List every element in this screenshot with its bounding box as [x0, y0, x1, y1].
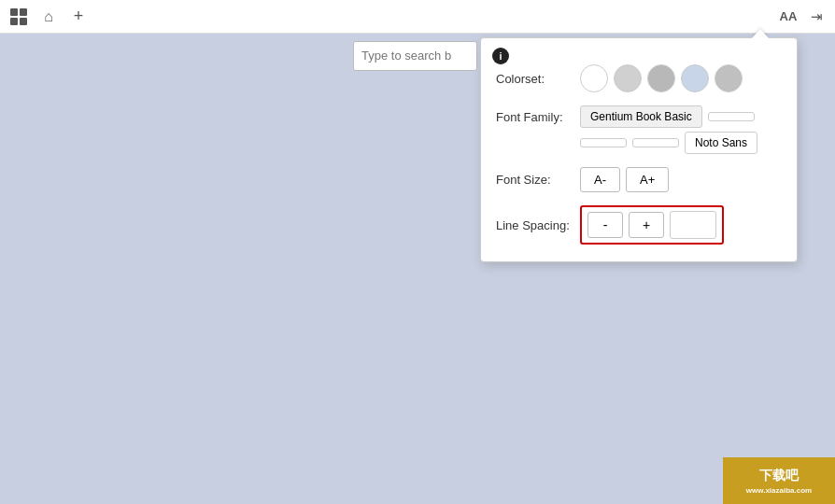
color-light-blue[interactable]: [681, 64, 709, 92]
home-icon-symbol: ⌂: [44, 8, 53, 25]
line-spacing-value: [670, 211, 716, 239]
font-empty-1-btn[interactable]: [708, 112, 755, 121]
font-noto-btn[interactable]: Noto Sans: [685, 132, 757, 154]
colorset-row: Colorset:: [496, 64, 782, 92]
color-white[interactable]: [580, 64, 608, 92]
watermark-line2: www.xiazaiba.com: [746, 486, 812, 495]
line-spacing-increase-btn[interactable]: +: [629, 212, 664, 238]
settings-popup: i Colorset: Font Family: Gentium Book Ba…: [480, 37, 798, 262]
aa-icon-symbol: AA: [780, 9, 798, 23]
exit-icon[interactable]: ⇥: [805, 6, 828, 28]
font-family-label: Font Family:: [496, 110, 580, 124]
line-spacing-row: Line Spacing: - +: [496, 205, 782, 245]
toolbar: ⌂ + AA ⇥: [0, 0, 835, 34]
popup-arrow: [752, 29, 769, 38]
add-icon[interactable]: +: [67, 6, 90, 28]
font-empty-2-btn[interactable]: [580, 138, 627, 147]
watermark: 下载吧 www.xiazaiba.com: [723, 457, 835, 504]
watermark-line1: 下载吧: [759, 468, 799, 484]
font-family-controls: Gentium Book Basic: [580, 105, 755, 128]
font-family-row: Font Family: Gentium Book Basic: [496, 105, 782, 128]
font-size-increase-btn[interactable]: A+: [626, 167, 669, 192]
colorset-controls: [580, 64, 743, 92]
font-size-label: Font Size:: [496, 173, 580, 187]
font-gentium-btn[interactable]: Gentium Book Basic: [580, 105, 702, 128]
colorset-label: Colorset:: [496, 72, 580, 86]
color-gray[interactable]: [647, 64, 675, 92]
font-size-row: Font Size: A- A+: [496, 167, 782, 192]
home-icon[interactable]: ⌂: [37, 6, 60, 28]
font-size-icon[interactable]: AA: [777, 6, 800, 28]
plus-icon-symbol: +: [74, 7, 84, 26]
color-medium-gray[interactable]: [715, 64, 743, 92]
info-icon[interactable]: i: [492, 48, 509, 64]
grid-icon[interactable]: [7, 6, 30, 28]
exit-icon-symbol: ⇥: [811, 8, 823, 25]
line-spacing-label: Line Spacing:: [496, 218, 580, 232]
font-empty-3-btn[interactable]: [632, 138, 679, 147]
color-light-gray[interactable]: [614, 64, 642, 92]
line-spacing-highlight: - +: [580, 205, 724, 245]
search-container: [353, 36, 477, 75]
font-size-controls: A- A+: [580, 167, 669, 192]
toolbar-right: AA ⇥: [777, 6, 828, 28]
font-size-decrease-btn[interactable]: A-: [580, 167, 620, 192]
search-input[interactable]: [353, 41, 477, 71]
line-spacing-decrease-btn[interactable]: -: [587, 212, 623, 238]
